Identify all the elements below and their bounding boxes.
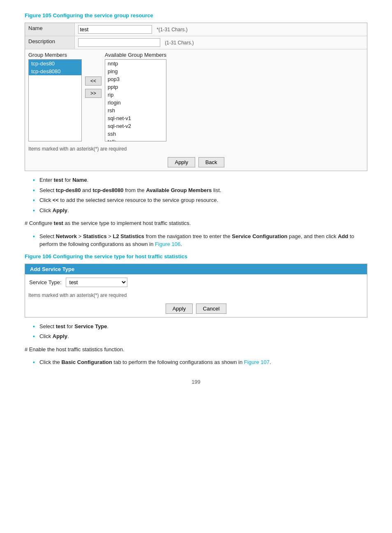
name-label: Name — [25, 23, 74, 36]
apply-button-105[interactable]: Apply — [168, 157, 195, 167]
available-members-col: Available Group Members nntp ping pop3 p… — [105, 52, 166, 141]
list-item[interactable]: nntp — [105, 60, 166, 67]
bullet-list-1: Enter test for Name. Select tcp-des80 an… — [33, 176, 367, 214]
bullet-click-apply: Click Apply. — [33, 332, 367, 341]
figure-106-title: Figure 106 Configuring the service type … — [25, 253, 367, 260]
add-service-type-header: Add Service Type — [25, 264, 367, 274]
available-members-list[interactable]: nntp ping pop3 pptp rip rlogin rsh sql-n… — [105, 59, 166, 141]
list-item[interactable]: tcp-des80 — [29, 60, 81, 67]
service-type-label: Service Type: — [29, 279, 62, 285]
list-item[interactable]: pptp — [105, 83, 166, 91]
figure-106-box: Add Service Type Service Type: test Item… — [25, 264, 367, 317]
apply-button-106[interactable]: Apply — [166, 304, 193, 314]
list-item[interactable]: pop3 — [105, 75, 166, 83]
bullet-item-2: Select tcp-des80 and tcp-des8080 from th… — [33, 186, 367, 195]
list-item[interactable]: rsh — [105, 107, 166, 114]
name-row: Name *(1-31 Chars.) — [25, 23, 367, 36]
members-container: Group Members tcp-des80 tcp-des8080 << >… — [25, 49, 367, 144]
available-members-label: Available Group Members — [105, 52, 166, 58]
desc-value-cell: (1-31 Chars.) — [74, 36, 367, 49]
list-item[interactable]: rlogin — [105, 99, 166, 107]
bullet-network: Select Network > Statistics > L2 Statist… — [33, 232, 367, 248]
group-members-label: Group Members — [28, 52, 82, 58]
name-input[interactable] — [78, 25, 152, 34]
list-item[interactable]: sql-net-v2 — [105, 122, 166, 130]
name-hint: *(1-31 Chars.) — [157, 27, 187, 32]
page-number: 199 — [25, 379, 367, 385]
members-row: Group Members tcp-des80 tcp-des8080 << >… — [25, 49, 367, 144]
figure-105-box: Name *(1-31 Chars.) Description (1-31 Ch… — [25, 23, 367, 171]
move-left-btn[interactable]: << — [85, 76, 101, 86]
fig106-link[interactable]: Figure 106 — [155, 241, 180, 247]
action-bar-105: Apply Back — [25, 154, 367, 171]
desc-input[interactable] — [78, 38, 160, 47]
action-bar-106: Apply Cancel — [25, 300, 367, 317]
name-value-cell: *(1-31 Chars.) — [74, 23, 367, 36]
list-item[interactable]: ssh — [105, 130, 166, 138]
list-item[interactable]: sql-net-v1 — [105, 114, 166, 122]
config-table-105: Name *(1-31 Chars.) Description (1-31 Ch… — [25, 23, 367, 144]
desc-row: Description (1-31 Chars.) — [25, 36, 367, 49]
bullet-select-test: Select test for Service Type. — [33, 322, 367, 331]
bullet-basic-config: Click the Basic Configuration tab to per… — [33, 358, 367, 366]
figure-106-section: Figure 106 Configuring the service type … — [25, 253, 367, 317]
bullet-item-3: Click << to add the selected service res… — [33, 196, 367, 204]
asterisk-note-105: Items marked with an asterisk(*) are req… — [25, 144, 367, 154]
bullet-item-4: Click Apply. — [33, 206, 367, 215]
figure-105-section: Figure 105 Configuring the service group… — [25, 12, 367, 171]
fig107-link[interactable]: Figure 107 — [244, 359, 270, 365]
list-item[interactable]: tcp-des8080 — [29, 67, 81, 75]
service-type-select[interactable]: test — [66, 278, 127, 287]
service-type-row: Service Type: test — [25, 274, 367, 290]
desc-label: Description — [25, 36, 74, 49]
back-button-105[interactable]: Back — [198, 157, 224, 167]
figure-105-title: Figure 105 Configuring the service group… — [25, 12, 367, 19]
group-members-col: Group Members tcp-des80 tcp-des8080 — [28, 52, 82, 141]
move-right-btn[interactable]: >> — [85, 89, 101, 98]
hash-line-1: # Configure test as the service type to … — [25, 219, 367, 227]
desc-hint: (1-31 Chars.) — [165, 40, 194, 46]
bullet-item-1: Enter test for Name. — [33, 176, 367, 184]
transfer-buttons: << >> — [85, 52, 101, 98]
list-item[interactable]: ping — [105, 67, 166, 75]
asterisk-note-106: Items marked with an asterisk(*) are req… — [25, 290, 367, 300]
hash-line-2: # Enable the host traffic statistics fun… — [25, 345, 367, 354]
list-item[interactable]: rip — [105, 91, 166, 99]
bullet-list-network: Select Network > Statistics > L2 Statist… — [33, 232, 367, 248]
bullet-list-2: Select test for Service Type. Click Appl… — [33, 322, 367, 341]
list-item[interactable]: talk — [105, 138, 166, 141]
group-members-list[interactable]: tcp-des80 tcp-des8080 — [28, 59, 82, 141]
cancel-button-106[interactable]: Cancel — [196, 304, 226, 314]
bullet-list-basic: Click the Basic Configuration tab to per… — [33, 358, 367, 366]
